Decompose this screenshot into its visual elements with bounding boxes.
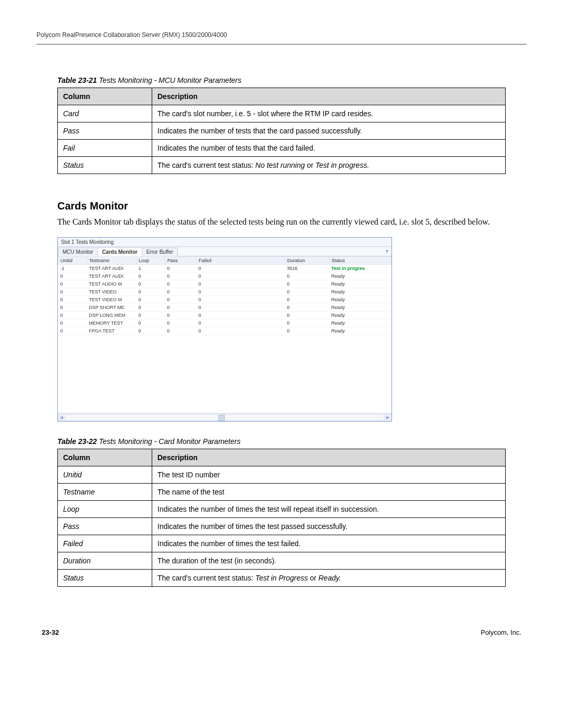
grid-cell: 0 — [137, 295, 165, 303]
grid-cell: 0 — [58, 288, 87, 295]
table22-colname: Testname — [58, 483, 152, 500]
table22-desc: The test ID number — [152, 466, 506, 483]
grid-cell: 0 — [137, 303, 165, 311]
doc-header-title: Polycom RealPresence Collaboration Serve… — [36, 31, 527, 39]
grid-h-testname[interactable]: Testname — [87, 256, 137, 264]
grid-cell: -1 — [58, 264, 87, 272]
section-heading: Cards Monitor — [57, 200, 527, 212]
screenshot-tabs: MCU Monitor Cards Monitor Error Buffer ▾ — [58, 247, 391, 256]
table22-colname: Status — [58, 569, 152, 586]
table22-row: TestnameThe name of the test — [58, 483, 506, 500]
grid-row[interactable]: 0DSP SHORT ME0000Ready — [58, 303, 391, 311]
table22-row: UnitidThe test ID number — [58, 466, 506, 483]
table21-colname: Card — [58, 105, 152, 122]
grid-cell: 0 — [137, 319, 165, 327]
scroll-left-icon[interactable]: ◄ — [58, 415, 65, 420]
tab-mcu-monitor[interactable]: MCU Monitor — [58, 248, 98, 256]
table22-colname: Duration — [58, 552, 152, 569]
table21-row: FailIndicates the number of tests that t… — [58, 140, 506, 157]
grid-h-unitid[interactable]: Unitid — [58, 256, 87, 264]
grid-cell: 0 — [58, 319, 87, 327]
table22-desc: The name of the test — [152, 483, 506, 500]
table21-caption-text: Tests Monitoring - MCU Monitor Parameter… — [97, 76, 241, 84]
scroll-thumb[interactable] — [218, 415, 225, 421]
grid-cell: 0 — [165, 280, 197, 288]
grid-cell: TEST AUDIO M — [87, 280, 137, 288]
grid-cell-status: Ready — [329, 319, 391, 327]
scroll-right-icon[interactable]: ► — [384, 415, 391, 420]
grid-cell-status: Test in progres — [329, 264, 391, 272]
grid-cell: 0 — [285, 272, 329, 280]
grid-row[interactable]: 0FPGA TEST0000Ready — [58, 327, 391, 335]
screenshot-blank-area — [58, 335, 391, 413]
table22-colname: Unitid — [58, 466, 152, 483]
grid-cell-status: Ready — [329, 295, 391, 303]
grid-h-duration[interactable]: Duration — [285, 256, 329, 264]
screenshot-title: Slot 1 Tests Monitoring — [58, 238, 391, 247]
grid-row[interactable]: 0TEST VIDEO0000Ready — [58, 288, 391, 295]
grid-cell: 0 — [165, 319, 197, 327]
grid-cell: 0 — [58, 303, 87, 311]
table22-desc: Indicates the number of times the test f… — [152, 535, 506, 552]
table21-colname: Fail — [58, 140, 152, 157]
grid-cell: FPGA TEST — [87, 327, 137, 335]
grid-cell: 0 — [165, 327, 197, 335]
grid-cell: 1 — [137, 264, 165, 272]
grid-h-pass[interactable]: Pass — [165, 256, 197, 264]
table21-desc: The card's current test status: No test … — [152, 157, 506, 174]
grid-cell: 0 — [285, 319, 329, 327]
grid-cell: 0 — [197, 311, 285, 319]
grid-cell: MEMORY TEST — [87, 319, 137, 327]
grid-cell-status: Ready — [329, 280, 391, 288]
grid-cell: DSP LONG MEM — [87, 311, 137, 319]
grid-row[interactable]: -1TEST ART AUDI1003516Test in progres — [58, 264, 391, 272]
tab-cards-monitor[interactable]: Cards Monitor — [97, 248, 142, 256]
grid-row[interactable]: 0TEST VIDEO M0000Ready — [58, 295, 391, 303]
table21-colname: Pass — [58, 122, 152, 140]
grid-row[interactable]: 0DSP LONG MEM0000Ready — [58, 311, 391, 319]
table22-caption-num: Table 23-22 — [57, 437, 97, 446]
grid-cell: TEST ART AUDI — [87, 264, 137, 272]
grid-cell: 0 — [285, 288, 329, 295]
grid-h-failed[interactable]: Failed — [197, 256, 285, 264]
grid-cell: 0 — [197, 319, 285, 327]
table22: Column Description UnitidThe test ID num… — [57, 449, 506, 587]
tab-pin-icon[interactable]: ▾ — [383, 247, 391, 256]
table22-row: DurationThe duration of the test (in sec… — [58, 552, 506, 569]
table22-caption-text: Tests Monitoring - Card Monitor Paramete… — [97, 437, 241, 446]
scroll-track[interactable] — [66, 415, 384, 420]
table22-colname: Failed — [58, 535, 152, 552]
grid-h-status[interactable]: Status — [329, 256, 391, 264]
page-number: 23-32 — [42, 628, 59, 636]
grid-cell: 0 — [165, 295, 197, 303]
grid-row[interactable]: 0TEST AUDIO M0000Ready — [58, 280, 391, 288]
grid-cell: TEST ART AUDI — [87, 272, 137, 280]
grid-cell: 0 — [197, 280, 285, 288]
table22-desc: The duration of the test (in seconds). — [152, 552, 506, 569]
table22-row: StatusThe card's current test status: Te… — [58, 569, 506, 586]
table22-row: FailedIndicates the number of times the … — [58, 535, 506, 552]
grid-cell: 0 — [137, 311, 165, 319]
table22-caption: Table 23-22 Tests Monitoring - Card Moni… — [57, 437, 527, 446]
grid-cell: 0 — [165, 272, 197, 280]
table22-row: PassIndicates the number of times the te… — [58, 517, 506, 535]
table21-desc: Indicates the number of tests that the c… — [152, 122, 506, 140]
table21-caption-num: Table 23-21 — [57, 76, 97, 84]
screenshot-hscrollbar[interactable]: ◄ ► — [58, 413, 391, 421]
table21-head-col: Column — [58, 88, 152, 105]
grid-h-loop[interactable]: Loop — [137, 256, 165, 264]
tab-error-buffer[interactable]: Error Buffer — [142, 248, 178, 256]
header-rule — [36, 44, 527, 45]
grid-row[interactable]: 0TEST ART AUDI0000Ready — [58, 272, 391, 280]
grid-row[interactable]: 0MEMORY TEST0000Ready — [58, 319, 391, 327]
table22-row: LoopIndicates the number of times the te… — [58, 500, 506, 517]
grid-cell-status: Ready — [329, 303, 391, 311]
table22-desc: Indicates the number of times the test w… — [152, 500, 506, 517]
grid-cell: 0 — [137, 327, 165, 335]
grid-cell-status: Ready — [329, 311, 391, 319]
grid-cell: 0 — [285, 311, 329, 319]
page-footer: 23-32 Polycom, Inc. — [36, 628, 527, 636]
grid-cell: 0 — [58, 311, 87, 319]
table21-desc: The card's slot number, i.e. 5 - slot wh… — [152, 105, 506, 122]
grid-cell: 0 — [137, 272, 165, 280]
